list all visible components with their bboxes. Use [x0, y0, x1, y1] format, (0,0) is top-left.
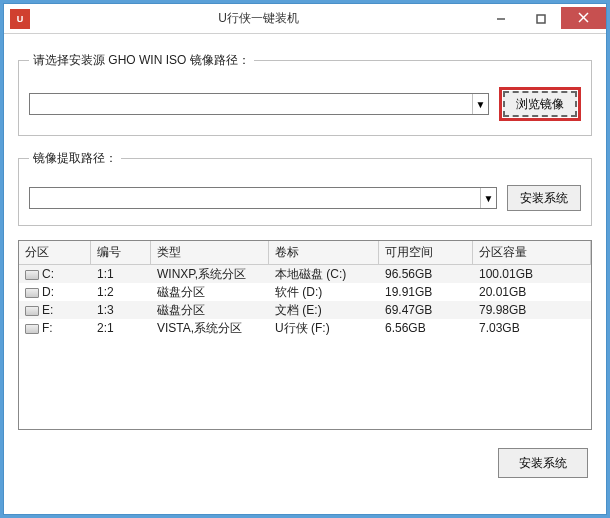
- drive-icon: [25, 270, 39, 280]
- svg-rect-1: [537, 15, 545, 23]
- table-header: 分区 编号 类型 卷标 可用空间 分区容量: [19, 241, 591, 265]
- th-partition[interactable]: 分区: [19, 241, 91, 264]
- source-groupbox: 请选择安装源 GHO WIN ISO 镜像路径： ▼ 浏览镜像: [18, 52, 592, 136]
- th-type[interactable]: 类型: [151, 241, 269, 264]
- close-button[interactable]: [561, 7, 606, 29]
- extract-groupbox: 镜像提取路径： ▼ 安装系统: [18, 150, 592, 226]
- browse-highlight: 浏览镜像: [499, 87, 581, 121]
- source-path-combo[interactable]: ▼: [29, 93, 489, 115]
- window-controls: [481, 8, 606, 30]
- main-window: U U行侠一键装机 请选择安装源 GHO WIN ISO 镜像路径： ▼: [3, 3, 607, 515]
- table-body: C:1:1WINXP,系统分区本地磁盘 (C:)96.56GB100.01GBD…: [19, 265, 591, 337]
- th-free[interactable]: 可用空间: [379, 241, 473, 264]
- bottom-button-row: 安装系统: [18, 448, 592, 478]
- chevron-down-icon: ▼: [480, 188, 496, 208]
- th-label[interactable]: 卷标: [269, 241, 379, 264]
- minimize-button[interactable]: [481, 8, 521, 30]
- th-number[interactable]: 编号: [91, 241, 151, 264]
- drive-icon: [25, 306, 39, 316]
- extract-path-combo[interactable]: ▼: [29, 187, 497, 209]
- table-row[interactable]: E:1:3磁盘分区文档 (E:)69.47GB79.98GB: [19, 301, 591, 319]
- drive-icon: [25, 324, 39, 334]
- browse-button[interactable]: 浏览镜像: [503, 91, 577, 117]
- app-icon: U: [10, 9, 30, 29]
- table-row[interactable]: F:2:1VISTA,系统分区U行侠 (F:)6.56GB7.03GB: [19, 319, 591, 337]
- extract-legend: 镜像提取路径：: [29, 150, 121, 167]
- install-button-top[interactable]: 安装系统: [507, 185, 581, 211]
- maximize-button[interactable]: [521, 8, 561, 30]
- drive-icon: [25, 288, 39, 298]
- source-legend: 请选择安装源 GHO WIN ISO 镜像路径：: [29, 52, 254, 69]
- install-button-bottom[interactable]: 安装系统: [498, 448, 588, 478]
- table-row[interactable]: D:1:2磁盘分区软件 (D:)19.91GB20.01GB: [19, 283, 591, 301]
- th-size[interactable]: 分区容量: [473, 241, 591, 264]
- chevron-down-icon: ▼: [472, 94, 488, 114]
- window-title: U行侠一键装机: [36, 10, 481, 27]
- partition-table: 分区 编号 类型 卷标 可用空间 分区容量 C:1:1WINXP,系统分区本地磁…: [18, 240, 592, 430]
- title-bar: U U行侠一键装机: [4, 4, 606, 34]
- table-row[interactable]: C:1:1WINXP,系统分区本地磁盘 (C:)96.56GB100.01GB: [19, 265, 591, 283]
- client-area: 请选择安装源 GHO WIN ISO 镜像路径： ▼ 浏览镜像 镜像提取路径： …: [4, 34, 606, 492]
